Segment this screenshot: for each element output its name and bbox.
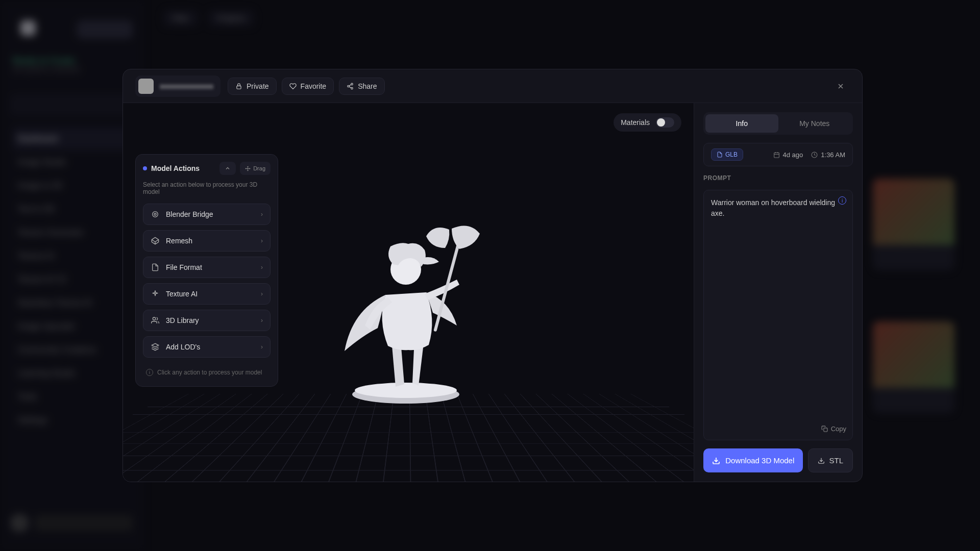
layers-icon	[151, 342, 160, 352]
model-actions-panel: Model Actions Drag Select an action belo…	[135, 154, 278, 387]
action-texture-ai[interactable]: Texture AI ›	[143, 283, 271, 305]
svg-line-19	[152, 240, 155, 242]
close-button[interactable]	[831, 77, 850, 95]
ago-text: 4d ago	[783, 151, 803, 159]
share-button[interactable]: Share	[339, 78, 384, 95]
toggle-switch[interactable]	[656, 117, 674, 128]
collapse-button[interactable]	[219, 162, 236, 175]
svg-rect-0	[237, 86, 241, 89]
model-title-group: xxxxxxxxxxxxxxx	[135, 76, 220, 97]
private-label: Private	[247, 82, 269, 90]
favorite-button[interactable]: Favorite	[282, 78, 334, 95]
chevron-right-icon: ›	[261, 264, 263, 271]
action-label: Blender Bridge	[166, 210, 213, 218]
meta-row: GLB 4d ago 1:36 AM	[703, 143, 853, 166]
drag-label: Drag	[253, 165, 265, 171]
3d-model-render[interactable]	[316, 193, 500, 407]
library-icon	[151, 316, 160, 325]
svg-point-3	[351, 87, 353, 89]
details-panel: Info My Notes GLB 4d ago 1:36 AM	[694, 103, 862, 482]
action-blender-bridge[interactable]: Blender Bridge ›	[143, 204, 271, 225]
close-icon	[837, 82, 845, 90]
prompt-section-label: PROMPT	[703, 174, 853, 182]
share-label: Share	[358, 82, 377, 90]
prompt-text: Warrior woman on hoverboard wielding axe…	[711, 198, 835, 217]
svg-point-15	[154, 213, 156, 215]
action-label: 3D Library	[166, 316, 199, 324]
modal-header: xxxxxxxxxxxxxxx Private Favorite Share	[123, 69, 862, 103]
clock-icon	[811, 152, 818, 158]
materials-label: Materials	[621, 118, 650, 127]
share-icon	[347, 83, 354, 90]
svg-rect-27	[824, 428, 827, 432]
panel-footer-text: Click any action to process your model	[157, 369, 262, 376]
tab-info[interactable]: Info	[705, 114, 778, 133]
model-detail-modal: xxxxxxxxxxxxxxx Private Favorite Share M…	[122, 69, 863, 482]
time-text: 1:36 AM	[821, 151, 845, 159]
panel-footer: i Click any action to process your model	[143, 366, 271, 379]
heart-icon	[289, 83, 297, 90]
action-3d-library[interactable]: 3D Library ›	[143, 310, 271, 331]
materials-toggle[interactable]: Materials	[614, 113, 681, 132]
svg-point-1	[351, 83, 353, 85]
svg-marker-21	[152, 343, 158, 347]
private-button[interactable]: Private	[228, 78, 277, 95]
drag-handle[interactable]: Drag	[240, 162, 271, 175]
chevron-right-icon: ›	[261, 343, 263, 350]
format-badge: GLB	[711, 148, 743, 161]
created-ago: 4d ago	[773, 151, 803, 159]
svg-line-18	[155, 240, 159, 242]
action-add-lods[interactable]: Add LOD's ›	[143, 336, 271, 358]
info-icon: i	[146, 369, 153, 376]
svg-line-5	[349, 84, 351, 85]
model-thumbnail	[138, 79, 154, 94]
svg-line-4	[349, 86, 351, 87]
model-filename: xxxxxxxxxxxxxxx	[160, 82, 213, 90]
prompt-box: Warrior woman on hoverboard wielding axe…	[703, 190, 853, 440]
action-label: Texture AI	[166, 290, 198, 298]
svg-point-14	[153, 212, 158, 217]
chevron-up-icon	[225, 165, 231, 171]
svg-point-20	[153, 317, 155, 320]
download-icon	[712, 457, 720, 465]
stl-button[interactable]: STL	[808, 448, 853, 472]
panel-title: Model Actions	[151, 164, 200, 172]
blender-icon	[151, 210, 160, 219]
file-icon	[151, 263, 160, 272]
action-label: Add LOD's	[166, 343, 200, 351]
svg-point-9	[355, 383, 457, 398]
remesh-icon	[151, 236, 160, 245]
file-icon	[717, 152, 723, 158]
panel-indicator-dot	[143, 166, 147, 170]
3d-viewport[interactable]: Materials	[123, 103, 694, 482]
format-text: GLB	[725, 151, 738, 158]
chevron-right-icon: ›	[261, 290, 263, 297]
action-label: Remesh	[166, 237, 192, 245]
action-remesh[interactable]: Remesh ›	[143, 230, 271, 252]
toggle-knob	[657, 118, 665, 127]
download-icon	[818, 457, 825, 464]
chevron-right-icon: ›	[261, 211, 263, 218]
chevron-right-icon: ›	[261, 317, 263, 324]
chevron-right-icon: ›	[261, 237, 263, 244]
copy-icon	[821, 425, 828, 432]
panel-subtitle: Select an action below to process your 3…	[143, 181, 271, 195]
favorite-label: Favorite	[301, 82, 327, 90]
calendar-icon	[773, 152, 780, 158]
lock-icon	[235, 83, 242, 90]
tab-notes[interactable]: My Notes	[778, 114, 851, 133]
prompt-info-button[interactable]: i	[838, 196, 846, 205]
copy-label: Copy	[831, 424, 846, 434]
copy-button[interactable]: Copy	[821, 424, 846, 434]
svg-rect-22	[774, 153, 779, 158]
drag-icon	[245, 166, 251, 171]
download-label: Download 3D Model	[725, 456, 794, 465]
action-file-format[interactable]: File Format ›	[143, 257, 271, 278]
stl-label: STL	[829, 456, 843, 465]
action-label: File Format	[166, 263, 202, 271]
detail-tabs: Info My Notes	[703, 112, 853, 135]
download-button[interactable]: Download 3D Model	[703, 448, 803, 472]
created-time: 1:36 AM	[811, 151, 845, 159]
sparkle-icon	[151, 289, 160, 298]
svg-point-2	[348, 85, 350, 87]
